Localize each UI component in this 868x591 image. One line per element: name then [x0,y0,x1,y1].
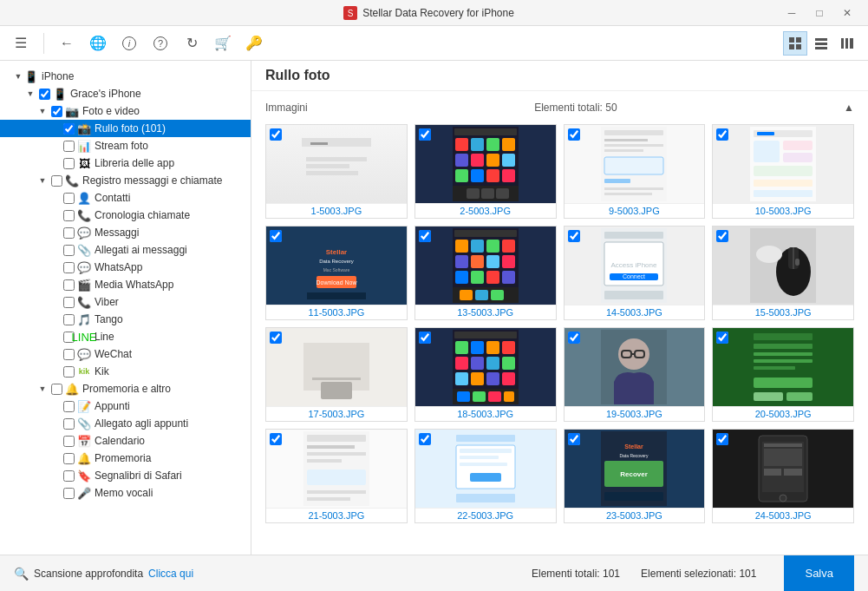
image-check-19[interactable] [568,332,580,344]
sidebar-item-tango[interactable]: 🎵 Tango [0,311,251,328]
cart-button[interactable]: 🛒 [211,31,235,56]
image-check-9[interactable] [568,128,580,141]
image-card-19[interactable]: 19-5003.JPG [564,327,706,422]
view-details-button[interactable] [835,31,859,56]
image-card-2[interactable]: 2-5003.JPG [414,124,557,219]
image-check-10[interactable] [716,128,728,141]
image-check-20[interactable] [716,332,728,344]
rullo-checkbox[interactable] [63,123,75,135]
sidebar-item-calendario[interactable]: 📅 Calendario [0,432,251,450]
sidebar-item-iphone[interactable]: ▼ 📱 iPhone [0,68,251,85]
device-checkbox[interactable] [39,89,50,100]
memo-checkbox[interactable] [63,488,75,499]
image-check-21[interactable] [270,433,282,445]
expand-segnalibri[interactable] [49,470,61,482]
calendario-checkbox[interactable] [63,436,75,447]
sidebar-item-whatsapp[interactable]: 💬 WhatsApp [0,259,251,276]
image-card-1[interactable]: 1-5003.JPG [265,124,408,219]
sidebar-item-viber[interactable]: 📞 Viber [0,293,251,311]
sidebar-item-messaggi[interactable]: 💬 Messaggi [0,224,251,241]
expand-promemoria2[interactable] [49,452,61,464]
image-card-14[interactable]: Access iPhone Connect 14-5003.JPG [564,226,706,320]
expand-iphone[interactable]: ▼ [12,70,24,82]
promemoria-checkbox[interactable] [51,384,62,395]
menu-button[interactable]: ☰ [9,31,33,56]
registro-checkbox[interactable] [51,175,62,187]
libreria-checkbox[interactable] [63,158,75,169]
expand-kik[interactable] [49,365,61,378]
key-button[interactable]: 🔑 [242,31,266,56]
sidebar-item-allegato-appunti[interactable]: 📎 Allegato agli appunti [0,415,251,432]
sidebar-item-contatti[interactable]: 👤 Contatti [0,189,251,207]
image-card-24[interactable]: 24-5003.JPG [712,429,854,523]
image-card-20[interactable]: 20-5003.JPG [712,327,854,422]
viber-checkbox[interactable] [63,297,75,308]
image-card-10[interactable]: 10-5003.JPG [712,124,854,219]
sidebar-item-libreria[interactable]: 🖼 Libreria delle app [0,154,251,172]
sidebar-item-foto-video[interactable]: ▼ 📷 Foto e video [0,102,251,120]
image-card-17[interactable]: 17-5003.JPG [265,327,408,422]
sidebar-item-cronologia[interactable]: 📞 Cronologia chiamate [0,207,251,224]
expand-device[interactable]: ▼ [24,88,36,100]
sidebar-item-line[interactable]: LINE Line [0,328,251,345]
image-check-24[interactable] [716,433,728,445]
expand-viber[interactable] [49,296,61,308]
info-button[interactable]: i [117,31,141,56]
maximize-button[interactable]: □ [807,4,832,22]
sidebar-item-allegati-msg[interactable]: 📎 Allegati ai messaggi [0,241,251,259]
sidebar-item-device[interactable]: ▼ 📱 Grace's iPhone [0,85,251,102]
image-card-9[interactable]: 9-5003.JPG [564,124,706,219]
expand-wechat[interactable] [49,348,61,360]
expand-foto[interactable]: ▼ [36,105,49,117]
sidebar-item-stream[interactable]: 📊 Stream foto [0,137,251,154]
expand-stream[interactable] [49,140,61,152]
sidebar-item-media-whatsapp[interactable]: 🎬 Media WhatsApp [0,276,251,293]
image-check-17[interactable] [270,332,282,344]
wechat-checkbox[interactable] [63,349,75,360]
image-card-15[interactable]: 15-5003.JPG [712,226,854,320]
expand-tango[interactable] [49,313,61,325]
help-button[interactable]: ? [148,31,173,56]
image-card-18[interactable]: 18-5003.JPG [414,327,557,422]
kik-checkbox[interactable] [63,366,75,378]
image-card-11[interactable]: Stellar Data Recovery Mac Software Downl… [265,226,408,320]
expand-media-whatsapp[interactable] [49,279,61,291]
image-card-21[interactable]: 21-5003.JPG [265,429,408,523]
section-collapse-button[interactable]: ▲ [844,102,854,114]
image-check-22[interactable] [419,433,431,445]
stream-checkbox[interactable] [63,141,75,152]
allegato-appunti-checkbox[interactable] [63,418,75,430]
expand-contatti[interactable] [49,192,61,204]
expand-allegato-appunti[interactable] [49,417,61,430]
sidebar-item-wechat[interactable]: 💬 WeChat [0,345,251,363]
image-check-15[interactable] [716,230,728,242]
cronologia-checkbox[interactable] [63,210,75,221]
whatsapp-checkbox[interactable] [63,262,75,273]
expand-messaggi[interactable] [49,227,61,239]
refresh-button[interactable]: ↻ [179,31,204,56]
segnalibri-checkbox[interactable] [63,470,75,482]
foto-checkbox[interactable] [51,106,62,117]
image-check-2[interactable] [419,128,431,141]
image-check-1[interactable] [270,128,282,141]
sidebar-item-promemoria2[interactable]: 🔔 Promemoria [0,450,251,467]
sidebar-item-promemoria[interactable]: ▼ 🔔 Promemoria e altro [0,380,251,397]
image-card-22[interactable]: 22-5003.JPG [414,429,557,523]
expand-memo[interactable] [49,487,61,499]
promemoria2-checkbox[interactable] [63,453,75,464]
minimize-button[interactable]: ─ [780,4,804,22]
expand-registro[interactable]: ▼ [36,174,49,187]
back-button[interactable]: ← [55,31,79,56]
allegati-msg-checkbox[interactable] [63,245,75,256]
expand-appunti[interactable] [49,400,61,412]
web-button[interactable]: 🌐 [86,31,110,56]
sidebar-item-kik[interactable]: kik Kik [0,363,251,380]
save-button[interactable]: Salva [784,555,854,592]
tango-checkbox[interactable] [63,314,75,325]
expand-promemoria[interactable]: ▼ [36,383,49,395]
view-grid-button[interactable] [783,31,807,56]
expand-cronologia[interactable] [49,209,61,221]
expand-libreria[interactable] [49,157,61,169]
image-check-11[interactable] [270,230,282,242]
messaggi-checkbox[interactable] [63,227,75,239]
